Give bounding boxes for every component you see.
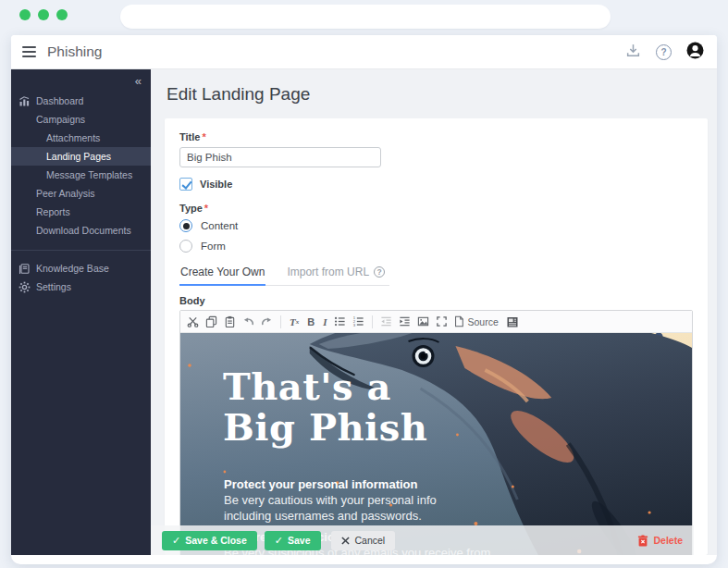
type-label: Type*: [179, 203, 693, 214]
title-label: Title*: [179, 131, 693, 142]
body-label: Body: [179, 295, 693, 306]
save-button[interactable]: ✓ Save: [265, 531, 321, 550]
action-footer: ✓ Save & Close ✓ Save Cancel: [151, 525, 694, 555]
browser-chrome: [0, 0, 728, 35]
visible-checkbox[interactable]: [179, 178, 192, 191]
main-content: Edit Landing Page Title* Visible Type*: [151, 69, 717, 555]
sidebar-item-message-templates[interactable]: Message Templates: [11, 166, 151, 184]
sidebar-item-dashboard[interactable]: Dashboard: [11, 92, 151, 110]
sidebar-item-knowledge-base[interactable]: Knowledge Base: [11, 259, 151, 278]
numbered-list-icon[interactable]: 123: [352, 315, 365, 328]
required-asterisk: *: [204, 203, 208, 214]
sidebar-item-reports[interactable]: Reports: [11, 203, 151, 221]
sidebar-item-peer-analysis[interactable]: Peer Analysis: [11, 184, 151, 203]
type-radio-form[interactable]: [179, 240, 192, 253]
window-dot-icon: [19, 9, 31, 20]
knowledge-base-icon: [19, 262, 31, 274]
copy-icon[interactable]: [204, 315, 218, 328]
window-dot-icon: [38, 9, 49, 20]
check-icon: ✓: [275, 535, 283, 547]
bold-icon[interactable]: B: [305, 315, 316, 328]
page-title: Edit Landing Page: [167, 84, 310, 105]
save-and-close-button[interactable]: ✓ Save & Close: [162, 531, 257, 550]
type-radio-content[interactable]: [179, 219, 192, 232]
cut-icon[interactable]: [186, 315, 200, 328]
app-bar: Phishing ?: [11, 35, 717, 69]
dashboard-icon: [19, 94, 31, 106]
type-radio-form-label: Form: [201, 241, 226, 252]
tab-import-from-url[interactable]: Import from URL ?: [286, 264, 386, 286]
svg-text:3: 3: [353, 323, 356, 327]
tab-create-your-own[interactable]: Create Your Own: [179, 264, 265, 286]
undo-icon[interactable]: [241, 315, 255, 328]
sidebar-item-settings[interactable]: Settings: [11, 278, 151, 296]
window-dot-icon: [56, 9, 68, 20]
redo-icon[interactable]: [260, 315, 274, 328]
preview-headline: That's a Big Phish: [223, 366, 427, 448]
sidebar-item-landing-pages[interactable]: Landing Pages: [11, 147, 151, 166]
templates-icon[interactable]: [506, 315, 520, 328]
download-icon[interactable]: [625, 43, 641, 62]
screenshot-root: Phishing ? «: [0, 0, 728, 568]
close-icon: [341, 537, 350, 545]
indent-icon[interactable]: [398, 315, 412, 328]
sidebar-collapse-icon[interactable]: «: [11, 69, 151, 89]
visible-label: Visible: [200, 179, 232, 190]
menu-icon[interactable]: [22, 46, 36, 57]
sidebar-divider: [11, 250, 151, 251]
bulleted-list-icon[interactable]: [333, 315, 347, 328]
settings-icon: [19, 280, 31, 292]
title-input[interactable]: [179, 147, 381, 167]
edit-landing-page-card: Title* Visible Type* Content: [165, 118, 708, 555]
body-editor: Tx B I: [179, 310, 693, 555]
user-avatar[interactable]: [686, 42, 704, 63]
landing-page-preview[interactable]: That's a Big Phish Protect your personal…: [180, 333, 692, 555]
editor-toolbar: Tx B I: [180, 311, 692, 333]
workspace: « Dashboard Campaigns: [11, 69, 717, 555]
help-icon[interactable]: ?: [656, 44, 672, 60]
preview-section1-heading: Protect your personal information: [224, 476, 464, 492]
italic-icon[interactable]: I: [321, 315, 328, 328]
maximize-icon[interactable]: [435, 315, 449, 328]
cancel-button[interactable]: Cancel: [331, 531, 396, 550]
sidebar-item-attachments[interactable]: Attachments: [11, 129, 151, 147]
type-radio-content-label: Content: [201, 220, 238, 231]
check-icon: ✓: [172, 535, 180, 547]
sidebar: « Dashboard Campaigns: [11, 69, 151, 555]
remove-format-icon[interactable]: Tx: [288, 315, 301, 328]
sidebar-item-download-documents[interactable]: Download Documents: [11, 221, 151, 240]
app-window: Phishing ? «: [11, 35, 717, 564]
source-button[interactable]: Source: [453, 315, 498, 327]
required-asterisk: *: [202, 131, 205, 142]
delete-button[interactable]: Delete: [637, 535, 683, 547]
sidebar-item-campaigns[interactable]: Campaigns: [11, 110, 151, 129]
app-title: Phishing: [47, 43, 102, 60]
source-doc-icon: [453, 315, 464, 327]
paste-icon[interactable]: [223, 315, 237, 328]
trash-icon: [637, 535, 648, 547]
landing-page-tabs: Create Your Own Import from URL ?: [179, 264, 389, 286]
outdent-icon[interactable]: [379, 315, 393, 328]
insert-image-icon[interactable]: [416, 315, 430, 328]
question-circle-icon[interactable]: ?: [374, 266, 385, 278]
url-bar[interactable]: [120, 5, 611, 29]
preview-section1-body: Be very cautious with your personal info…: [224, 492, 448, 524]
